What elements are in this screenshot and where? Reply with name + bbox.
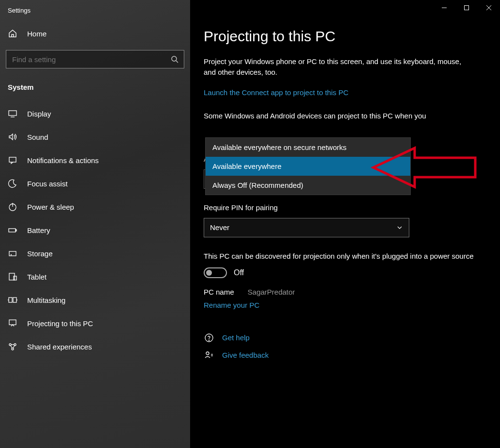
launch-connect-link[interactable]: Launch the Connect app to project to thi… — [204, 88, 349, 97]
maximize-button[interactable] — [455, 0, 478, 16]
svg-rect-13 — [9, 298, 12, 302]
svg-rect-8 — [16, 230, 16, 231]
tablet-icon — [8, 272, 17, 282]
sidebar-item-display[interactable]: Display — [0, 102, 190, 125]
home-label: Home — [27, 30, 47, 38]
pc-name-value: SagarPredator — [248, 288, 295, 296]
availability-dropdown[interactable]: Available everywhere on secure networks … — [205, 137, 411, 195]
sidebar-item-label: Notifications & actions — [27, 156, 99, 165]
sound-icon — [8, 132, 17, 142]
svg-rect-9 — [9, 251, 16, 256]
svg-rect-17 — [9, 320, 16, 325]
svg-rect-7 — [9, 229, 16, 232]
shared-icon — [8, 342, 17, 351]
sidebar-item-label: Power & sleep — [27, 203, 74, 211]
give-feedback-link[interactable]: Give feedback — [222, 351, 269, 359]
svg-rect-25 — [465, 6, 469, 10]
svg-rect-14 — [13, 298, 16, 302]
moon-icon — [8, 179, 17, 188]
sidebar-section-header: System — [0, 79, 190, 102]
sidebar: Settings Home System Display — [0, 0, 190, 448]
sidebar-item-label: Battery — [27, 226, 50, 234]
require-pin-select[interactable]: Never — [204, 218, 409, 237]
svg-point-29 — [209, 340, 209, 340]
svg-line-1 — [176, 61, 178, 63]
sidebar-item-label: Tablet — [27, 273, 47, 281]
rename-pc-link[interactable]: Rename your PC — [204, 301, 259, 309]
projecting-icon — [8, 318, 17, 328]
sidebar-item-label: Sound — [27, 133, 48, 141]
toggle-state-label: Off — [234, 268, 244, 277]
sidebar-item-power-sleep[interactable]: Power & sleep — [0, 195, 190, 218]
window-title: Settings — [0, 0, 190, 24]
svg-line-22 — [13, 346, 15, 348]
sidebar-item-label: Projecting to this PC — [27, 319, 93, 328]
main-panel: Projecting to this PC Project your Windo… — [190, 0, 500, 448]
svg-rect-12 — [14, 276, 16, 280]
svg-point-18 — [9, 344, 11, 346]
search-input[interactable] — [6, 50, 184, 68]
dropdown-option[interactable]: Available everywhere on secure networks — [206, 138, 410, 157]
svg-rect-4 — [9, 157, 16, 162]
multitasking-icon — [8, 295, 17, 305]
discovery-power-label: This PC can be discovered for projection… — [204, 251, 475, 262]
power-icon — [8, 202, 17, 212]
dropdown-option[interactable]: Always Off (Recommended) — [206, 176, 410, 195]
battery-icon — [8, 225, 17, 235]
sidebar-item-multitasking[interactable]: Multitasking — [0, 288, 190, 312]
home-icon — [8, 29, 17, 38]
svg-point-19 — [14, 344, 16, 346]
dropdown-option-selected[interactable]: Available everywhere — [206, 157, 410, 176]
page-description: Project your Windows phone or PC to this… — [204, 56, 475, 78]
sidebar-item-tablet[interactable]: Tablet — [0, 265, 190, 288]
svg-point-10 — [11, 255, 12, 255]
svg-line-21 — [11, 346, 12, 348]
storage-icon — [8, 249, 17, 258]
availability-setting-label: Some Windows and Android devices can pro… — [204, 111, 475, 121]
sidebar-item-notifications[interactable]: Notifications & actions — [0, 149, 190, 172]
sidebar-item-label: Multitasking — [27, 296, 65, 304]
display-icon — [8, 109, 17, 118]
sidebar-item-projecting[interactable]: Projecting to this PC — [0, 312, 190, 335]
sidebar-item-label: Display — [27, 110, 51, 118]
minimize-button[interactable] — [433, 0, 455, 16]
get-help-link[interactable]: Get help — [222, 333, 250, 342]
select-value: Never — [210, 223, 229, 232]
window-controls — [433, 0, 500, 16]
search-icon — [171, 55, 178, 63]
sidebar-item-sound[interactable]: Sound — [0, 125, 190, 149]
pc-name-label: PC name — [204, 288, 234, 296]
home-button[interactable]: Home — [0, 24, 190, 50]
svg-point-30 — [206, 352, 209, 355]
notifications-icon — [8, 155, 17, 165]
svg-point-20 — [12, 348, 14, 350]
sidebar-item-storage[interactable]: Storage — [0, 242, 190, 265]
sidebar-item-label: Storage — [27, 249, 53, 258]
close-button[interactable] — [478, 0, 500, 16]
chevron-down-icon — [396, 224, 403, 231]
sidebar-item-battery[interactable]: Battery — [0, 218, 190, 242]
sidebar-item-label: Focus assist — [27, 180, 67, 188]
require-pin-label: Require PIN for pairing — [204, 202, 475, 213]
svg-rect-2 — [9, 111, 16, 116]
feedback-icon — [204, 350, 214, 360]
sidebar-item-focus-assist[interactable]: Focus assist — [0, 172, 190, 195]
sidebar-item-shared-experiences[interactable]: Shared experiences — [0, 335, 190, 358]
sidebar-item-label: Shared experiences — [27, 343, 92, 351]
svg-point-0 — [172, 56, 177, 61]
help-icon — [204, 333, 214, 343]
discovery-toggle[interactable] — [204, 267, 227, 278]
